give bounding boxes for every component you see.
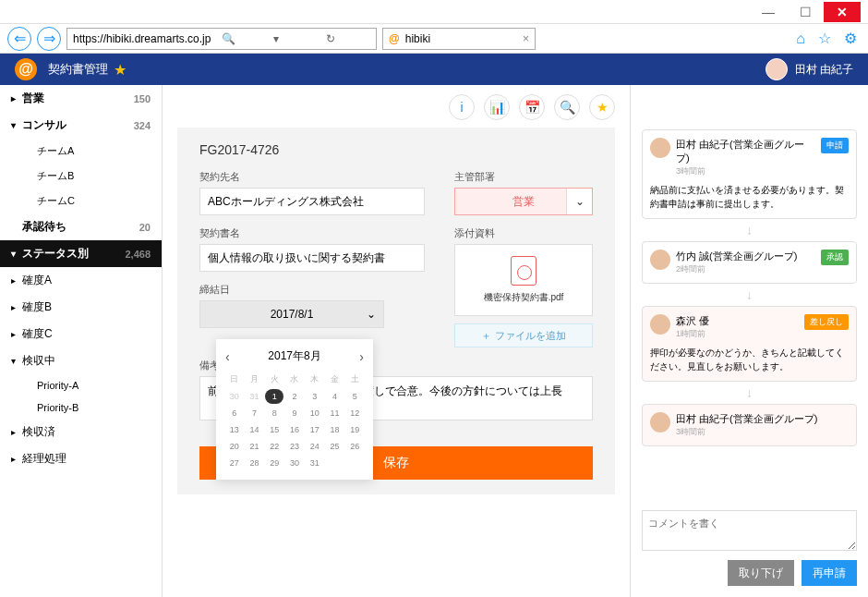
status-badge: 差し戻し <box>804 314 849 330</box>
calendar-day[interactable]: 20 <box>225 439 244 454</box>
calendar-prev[interactable]: ‹ <box>225 349 230 364</box>
calendar-day[interactable]: 26 <box>345 439 364 454</box>
bookmark-icon[interactable]: ★ <box>589 94 615 120</box>
sidebar-item[interactable]: チームC <box>0 189 162 213</box>
sidebar-item[interactable]: ▸営業150 <box>0 85 162 112</box>
label-date: 締結日 <box>199 283 425 297</box>
resubmit-button[interactable]: 再申請 <box>802 560 857 586</box>
minimize-button[interactable]: — <box>750 2 787 22</box>
calendar-day[interactable]: 11 <box>326 406 344 420</box>
timeline-item: 森沢 優1時間前差し戻し押印が必要なのかどうか、きちんと記載してください。見直し… <box>642 306 857 382</box>
calendar-day[interactable]: 9 <box>285 406 304 420</box>
calendar-day[interactable]: 2 <box>285 389 304 404</box>
calendar-day[interactable]: 25 <box>326 439 344 454</box>
sidebar-item[interactable]: Priority-A <box>0 374 162 396</box>
star-icon[interactable]: ★ <box>114 61 127 79</box>
calendar-day[interactable]: 28 <box>246 456 264 470</box>
user-name: 田村 由紀子 <box>795 62 853 78</box>
calendar-day[interactable]: 22 <box>265 439 283 454</box>
contract-party-input[interactable] <box>199 188 425 215</box>
status-badge: 申請 <box>821 138 849 153</box>
calendar-day[interactable]: 5 <box>345 389 364 404</box>
calendar-day[interactable]: 7 <box>246 406 264 420</box>
favorite-icon[interactable]: ☆ <box>818 30 831 47</box>
sidebar-item[interactable]: ▸確度B <box>0 294 162 321</box>
settings-icon[interactable]: ⚙ <box>844 30 857 47</box>
contract-name-input[interactable] <box>199 244 425 272</box>
sidebar-item[interactable]: ▸確度A <box>0 267 162 294</box>
calendar-day[interactable]: 12 <box>345 406 364 420</box>
back-button[interactable]: ⇐ <box>7 27 31 51</box>
withdraw-button[interactable]: 取り下げ <box>728 560 794 586</box>
calendar-day[interactable]: 1 <box>265 389 283 404</box>
avatar <box>650 412 670 433</box>
add-file-button[interactable]: ＋ ファイルを追加 <box>454 323 593 347</box>
search-icon[interactable]: 🔍 <box>554 94 580 120</box>
calendar-day[interactable]: 10 <box>306 406 324 420</box>
flow-arrow-icon: ↓ <box>642 223 857 238</box>
calendar-day[interactable]: 29 <box>265 456 283 470</box>
calendar-day[interactable]: 19 <box>345 422 364 437</box>
chart-icon[interactable]: 📊 <box>484 94 510 120</box>
attachment-item[interactable]: 機密保持契約書.pdf <box>454 244 593 316</box>
sidebar-item[interactable]: チームA <box>0 139 162 164</box>
timeline-item: 田村 由紀子(営業企画グループ)3時間前 <box>642 404 857 446</box>
calendar-day[interactable]: 14 <box>246 422 264 437</box>
sidebar-item[interactable]: ▸確度C <box>0 321 162 347</box>
sidebar-item[interactable]: ▾ステータス別2,468 <box>0 240 162 267</box>
calendar-day[interactable]: 30 <box>285 456 304 470</box>
calendar-day[interactable]: 18 <box>326 422 344 437</box>
sidebar-item[interactable]: ▾検収中 <box>0 347 162 374</box>
calendar-day[interactable]: 6 <box>225 406 244 420</box>
search-icon[interactable]: 🔍 <box>222 32 266 45</box>
flow-arrow-icon: ↓ <box>642 385 857 400</box>
department-select[interactable]: 営業 ⌄ <box>454 188 593 215</box>
dropdown-icon[interactable]: ▾ <box>273 32 318 45</box>
avatar <box>650 138 670 158</box>
calendar-day[interactable]: 4 <box>326 389 344 404</box>
calendar-day[interactable]: 21 <box>246 439 264 454</box>
browser-tab[interactable]: @ hibiki × <box>382 28 536 50</box>
forward-button[interactable]: ⇒ <box>37 27 61 51</box>
sidebar-item[interactable]: Priority-B <box>0 396 162 419</box>
calendar-day[interactable]: 23 <box>285 439 304 454</box>
label-contract-name: 契約書名 <box>199 226 425 240</box>
url-bar[interactable]: https://hibiki.dreamarts.co.jp 🔍 ▾ ↻ <box>66 28 377 50</box>
calendar-day[interactable]: 27 <box>225 456 244 470</box>
comment-input[interactable] <box>642 510 857 551</box>
user-avatar[interactable] <box>766 58 788 80</box>
info-icon[interactable]: i <box>449 94 475 120</box>
window-controls: — ☐ ✕ <box>0 0 868 24</box>
sidebar-item[interactable]: ▸検収済 <box>0 419 162 445</box>
sidebar-item[interactable]: チームB <box>0 164 162 189</box>
toolbar: i 📊 📅 🔍 ★ <box>177 94 615 120</box>
calendar-day[interactable]: 3 <box>306 389 324 404</box>
sidebar-item[interactable]: 承認待ち20 <box>0 213 162 240</box>
refresh-icon[interactable]: ↻ <box>326 32 370 45</box>
calendar-day[interactable]: 30 <box>225 389 244 404</box>
maximize-button[interactable]: ☐ <box>787 2 824 22</box>
app-logo[interactable]: @ <box>15 58 37 80</box>
calendar-day[interactable]: 24 <box>306 439 324 454</box>
home-icon[interactable]: ⌂ <box>796 30 805 47</box>
sidebar-item[interactable]: ▾コンサル324 <box>0 112 162 139</box>
flow-arrow-icon: ↓ <box>642 287 857 302</box>
calendar-day[interactable]: 17 <box>306 422 324 437</box>
date-picker[interactable]: 2017/8/1 ⌄ <box>199 300 384 328</box>
record-id: FG2017-4726 <box>199 142 593 157</box>
calendar-title: 2017年8月 <box>268 348 320 364</box>
calendar-day[interactable]: 16 <box>285 422 304 437</box>
calendar-next[interactable]: › <box>359 349 364 364</box>
close-button[interactable]: ✕ <box>824 2 861 22</box>
calendar-day[interactable]: 15 <box>265 422 283 437</box>
calendar-icon[interactable]: 📅 <box>519 94 545 120</box>
calendar-day[interactable]: 8 <box>265 406 283 420</box>
timeline-item: 田村 由紀子(営業企画グループ)3時間前申請納品前に支払いを済ませる必要がありま… <box>642 129 857 219</box>
chevron-down-icon: ⌄ <box>367 308 376 321</box>
tab-close-icon[interactable]: × <box>523 32 529 45</box>
app-header: @ 契約書管理 ★ 田村 由紀子 <box>0 54 868 85</box>
calendar-day[interactable]: 31 <box>306 456 324 470</box>
calendar-day[interactable]: 13 <box>225 422 244 437</box>
calendar-day[interactable]: 31 <box>246 389 264 404</box>
sidebar-item[interactable]: ▸経理処理 <box>0 445 162 472</box>
